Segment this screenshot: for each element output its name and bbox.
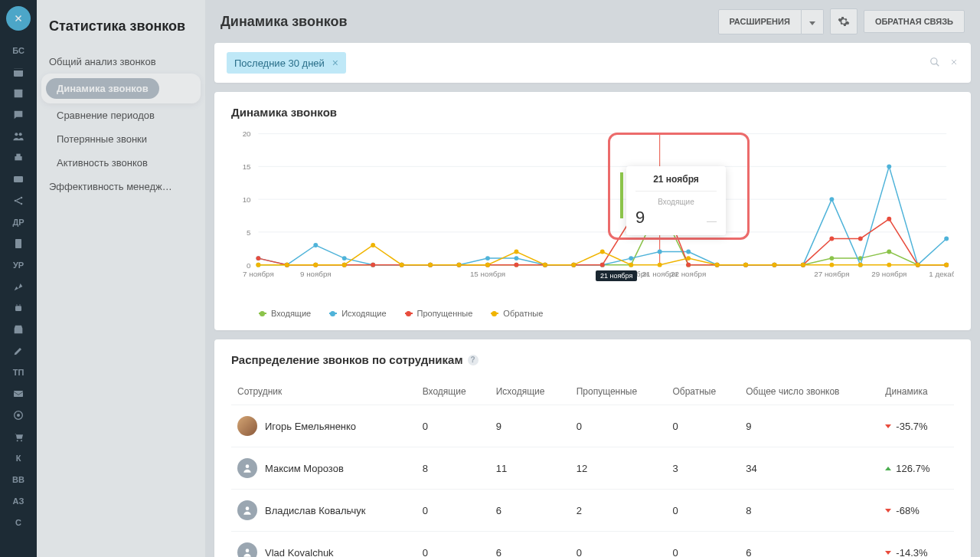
svg-point-13	[16, 304, 17, 305]
rail-people-icon[interactable]	[0, 126, 37, 147]
svg-point-141	[246, 464, 250, 468]
line-chart[interactable]: 051015207 ноября9 ноября15 ноября20 нояб…	[231, 128, 954, 281]
svg-point-97	[686, 263, 691, 267]
table-row[interactable]: Максим Морозов81112334126.7%	[231, 447, 954, 490]
table-row[interactable]: Владислав Ковальчук06208-68%	[231, 490, 954, 532]
svg-point-130	[916, 263, 920, 267]
svg-point-131	[944, 263, 949, 267]
rail-cart-icon[interactable]	[0, 426, 37, 447]
trend-down-icon	[885, 424, 891, 428]
svg-point-120	[629, 263, 633, 267]
svg-point-9	[21, 197, 23, 199]
svg-point-18	[17, 440, 18, 441]
employee-name: Игорь Емельяненко	[265, 421, 356, 432]
svg-text:27 ноября: 27 ноября	[814, 270, 849, 278]
svg-point-10	[21, 203, 23, 205]
extensions-caret[interactable]	[802, 9, 824, 34]
employee-name: Владислав Ковальчук	[265, 505, 365, 516]
avatar	[237, 416, 257, 436]
svg-point-117	[543, 263, 547, 267]
rail-item[interactable]: С	[0, 512, 37, 533]
svg-point-121	[658, 263, 662, 267]
svg-text:29 ноября: 29 ноября	[871, 270, 906, 278]
search-icon[interactable]	[929, 57, 940, 70]
svg-rect-1	[14, 68, 23, 70]
avatar	[237, 458, 257, 478]
rail-item[interactable]: АЗ	[0, 490, 37, 512]
legend-item[interactable]: Входящие	[259, 309, 311, 318]
svg-point-14	[19, 304, 20, 305]
sidebar-item[interactable]: Динамика звонков	[41, 74, 201, 103]
rail-book-icon[interactable]	[0, 83, 37, 104]
close-button[interactable]	[6, 6, 31, 31]
sidebar-item[interactable]: Общий анализ звонков	[37, 50, 205, 74]
svg-point-107	[256, 263, 260, 267]
rail-item[interactable]: БС	[0, 40, 37, 61]
svg-rect-5	[15, 156, 21, 160]
svg-point-122	[686, 256, 691, 260]
svg-point-116	[514, 250, 518, 254]
rail-mail-icon[interactable]	[0, 383, 37, 405]
rail-store-icon[interactable]	[0, 319, 37, 340]
svg-point-126	[801, 263, 805, 267]
svg-point-20	[931, 57, 937, 64]
table-row[interactable]: Vlad Kovalchuk06006-14.3%	[231, 532, 954, 558]
rail-calendar-icon[interactable]	[0, 61, 37, 83]
trend-down-icon	[885, 509, 891, 513]
avatar	[237, 500, 257, 520]
rail-item[interactable]: ДР	[0, 211, 37, 233]
employee-name: Максим Морозов	[265, 463, 344, 474]
svg-point-52	[829, 256, 834, 260]
extensions-button[interactable]: РАСШИРЕНИЯ	[718, 9, 802, 34]
table-header: Общее число звонков	[740, 378, 879, 405]
svg-point-123	[715, 263, 720, 267]
svg-point-143	[246, 549, 250, 552]
legend-item[interactable]: Исходящие	[329, 309, 386, 318]
table-header: Динамика	[879, 378, 954, 405]
rail-item[interactable]: ТП	[0, 362, 37, 383]
rail-chart-icon[interactable]	[0, 276, 37, 297]
rail-item[interactable]: УР	[0, 254, 37, 276]
svg-point-102	[829, 236, 834, 241]
help-icon[interactable]: ?	[468, 355, 479, 365]
sidebar-item[interactable]: Сравнение периодов	[37, 103, 205, 127]
legend-item[interactable]: Обратные	[491, 309, 543, 318]
feedback-button[interactable]: ОБРАТНАЯ СВЯЗЬ	[864, 10, 965, 33]
sidebar-item[interactable]: Потерянные звонки	[37, 127, 205, 151]
sidebar-item[interactable]: Активность звонков	[37, 151, 205, 175]
filter-chip[interactable]: Последние 30 дней ×	[227, 52, 346, 74]
svg-rect-6	[16, 154, 20, 156]
rail-share-icon[interactable]	[0, 190, 37, 211]
clear-icon[interactable]	[949, 57, 959, 69]
svg-point-114	[457, 263, 462, 267]
table-row[interactable]: Игорь Емельяненко09009-35.7%	[231, 405, 954, 447]
svg-point-112	[400, 263, 404, 267]
rail-card-icon[interactable]	[0, 169, 37, 190]
table-header: Обратные	[666, 378, 740, 405]
rail-print-icon[interactable]	[0, 147, 37, 169]
svg-text:15 ноября: 15 ноября	[470, 270, 505, 278]
svg-point-91	[514, 263, 518, 267]
table-header: Исходящие	[490, 378, 570, 405]
rail-android-icon[interactable]	[0, 297, 37, 319]
icon-rail: БС ДР УР ТП К ВВ АЗ С	[0, 0, 37, 557]
rail-item[interactable]: К	[0, 447, 37, 469]
rail-edit-icon[interactable]	[0, 340, 37, 362]
tooltip-date: 21 ноября	[635, 174, 717, 192]
svg-text:0: 0	[247, 261, 251, 270]
settings-button[interactable]	[830, 8, 858, 34]
rail-item[interactable]: ВВ	[0, 469, 37, 490]
rail-doc-icon[interactable]	[0, 233, 37, 254]
svg-point-82	[256, 256, 260, 260]
rail-target-icon[interactable]	[0, 405, 37, 426]
svg-point-77	[829, 197, 834, 202]
filter-chip-remove-icon[interactable]: ×	[332, 57, 338, 69]
content: Последние 30 дней × Динамика звонков 051…	[205, 43, 980, 557]
sidebar-item[interactable]: Эффективность менедж…	[37, 175, 205, 198]
svg-point-4	[19, 133, 22, 136]
rail-chat-icon[interactable]	[0, 104, 37, 126]
svg-text:9 ноября: 9 ноября	[300, 270, 332, 278]
svg-point-65	[485, 256, 490, 260]
table-title: Распределение звонков по сотрудникам?	[231, 353, 954, 366]
legend-item[interactable]: Пропущенные	[405, 309, 473, 318]
